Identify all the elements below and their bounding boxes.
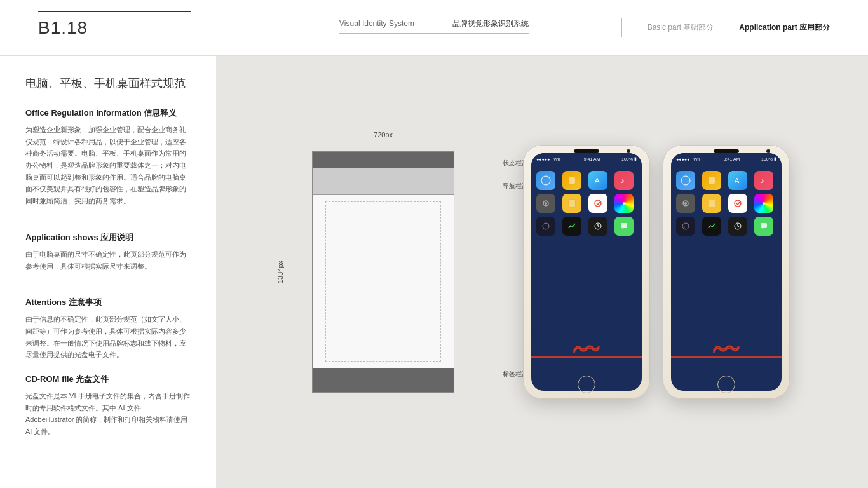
svg-line-16 bbox=[598, 226, 599, 227]
app-notes bbox=[562, 194, 581, 213]
app2-appstore: A bbox=[728, 171, 747, 190]
cn-brand-label: 品牌视觉形象识别系统 bbox=[452, 18, 529, 29]
dim-line-top bbox=[312, 139, 454, 139]
app-safari bbox=[536, 171, 555, 190]
svg-point-30 bbox=[763, 202, 765, 205]
svg-point-25 bbox=[684, 202, 687, 205]
app-stocks bbox=[562, 217, 581, 236]
svg-line-29 bbox=[738, 202, 740, 205]
section-app-title: Application shows 应用说明 bbox=[25, 232, 191, 243]
svg-point-6 bbox=[545, 202, 547, 205]
app2-safari bbox=[676, 171, 695, 190]
sidebar-title: 电脑、平板、手机桌面样式规范 bbox=[25, 75, 191, 92]
app2-clock bbox=[728, 217, 747, 236]
content-area: 720px 1334px 状态栏高40px 导航栏高88px bbox=[216, 56, 868, 488]
vis-system-label: Visual Identity System bbox=[339, 19, 414, 28]
svg-rect-17 bbox=[621, 223, 627, 228]
page-number: B1.18 bbox=[38, 18, 88, 38]
svg-point-11 bbox=[623, 202, 625, 205]
app-yellow bbox=[562, 171, 581, 190]
phone-home-2 bbox=[717, 376, 735, 393]
phone2-icons: A ♪ bbox=[671, 166, 782, 241]
section-attentions-body: 由于信息的不确定性，此页部分规范（如文字大小、间距等）可作为参考使用，具体可根据… bbox=[25, 313, 191, 361]
svg-text:+: + bbox=[544, 225, 546, 229]
svg-marker-18 bbox=[622, 228, 623, 229]
app2-photos bbox=[754, 194, 773, 213]
svg-line-10 bbox=[598, 202, 600, 205]
phone-home-1 bbox=[578, 376, 595, 393]
app-photos bbox=[614, 194, 634, 213]
section-office-title: Office Regulation Information 信息释义 bbox=[25, 107, 191, 119]
header-right-divider bbox=[621, 18, 622, 37]
wf-tab-bar bbox=[313, 368, 454, 392]
svg-rect-21 bbox=[709, 177, 715, 184]
phone2-wave-logo bbox=[710, 341, 742, 356]
app2-reminders bbox=[728, 194, 747, 213]
section-office: Office Regulation Information 信息释义 为塑造企业… bbox=[25, 107, 191, 207]
svg-marker-20 bbox=[686, 177, 687, 180]
header: B1.18 Visual Identity System 品牌视觉形象识别系统 … bbox=[0, 0, 868, 56]
svg-point-27 bbox=[735, 200, 741, 207]
basic-part-label: Basic part 基础部分 bbox=[648, 22, 714, 33]
svg-text:+: + bbox=[684, 225, 686, 229]
section-office-body: 为塑造企业新形象，加强企业管理，配合企业商务礼仪规范，特设计各种用品，以便于企业… bbox=[25, 124, 191, 207]
app2-camera bbox=[676, 194, 695, 213]
section-cdrom-body: 光盘文件是本 VI 手册电子文件的集合，内含手册制作时的专用软件格式文件。其中 … bbox=[25, 390, 191, 438]
app-camera bbox=[536, 194, 555, 213]
header-center: Visual Identity System 品牌视觉形象识别系统 bbox=[339, 18, 529, 37]
svg-text:♪: ♪ bbox=[621, 177, 625, 184]
phone-mockup-1: ●●●●● WiFi 9:41 AM 100% ▮ bbox=[523, 145, 650, 399]
wf-inner-dashed bbox=[325, 201, 441, 362]
app-appstore: A bbox=[588, 171, 607, 190]
header-right: Basic part 基础部分 Application part 应用部分 bbox=[621, 18, 830, 37]
header-center-divider bbox=[339, 33, 529, 34]
section-cdrom-title: CD-ROM file 光盘文件 bbox=[25, 374, 191, 385]
wf-status-bar bbox=[313, 152, 454, 168]
app-reminders bbox=[588, 194, 607, 213]
app-compass: + bbox=[536, 217, 555, 236]
section-cdrom: CD-ROM file 光盘文件 光盘文件是本 VI 手册电子文件的集合，内含手… bbox=[25, 374, 191, 438]
app2-notes bbox=[702, 194, 721, 213]
phone2-status: ●●●●● WiFi 9:41 AM 100% ▮ bbox=[671, 153, 782, 165]
phones-container: ●●●●● WiFi 9:41 AM 100% ▮ bbox=[523, 145, 790, 399]
phone1-red-line bbox=[531, 356, 642, 358]
phone-mockup-2: ●●●●● WiFi 9:41 AM 100% ▮ bbox=[663, 145, 790, 399]
dim-label-height: 1334px bbox=[276, 261, 284, 283]
phone-screen-1: ●●●●● WiFi 9:41 AM 100% ▮ bbox=[531, 153, 642, 391]
svg-marker-1 bbox=[546, 177, 547, 180]
app2-messages bbox=[754, 217, 773, 236]
svg-marker-37 bbox=[762, 228, 763, 229]
svg-rect-7 bbox=[569, 200, 575, 207]
svg-point-8 bbox=[595, 200, 601, 207]
svg-rect-36 bbox=[761, 223, 767, 228]
app-music: ♪ bbox=[614, 171, 634, 190]
app-messages bbox=[614, 217, 634, 236]
header-top-line bbox=[38, 11, 191, 12]
section-app: Application shows 应用说明 由于电脑桌面的尺寸不确定性，此页部… bbox=[25, 232, 191, 272]
svg-rect-2 bbox=[569, 177, 575, 184]
wireframe-diagram: 720px 1334px 状态栏高40px 导航栏高88px bbox=[294, 145, 472, 399]
sidebar-divider-2 bbox=[25, 285, 102, 285]
app-part-label: Application part 应用部分 bbox=[739, 22, 830, 33]
phone1-icons: A ♪ bbox=[531, 166, 642, 241]
phone2-red-line bbox=[671, 356, 782, 358]
svg-line-35 bbox=[738, 226, 739, 227]
svg-rect-26 bbox=[709, 200, 715, 207]
section-attentions: Attentions 注意事项 由于信息的不确定性，此页部分规范（如文字大小、间… bbox=[25, 297, 191, 361]
sidebar-divider-1 bbox=[25, 220, 102, 220]
app2-music: ♪ bbox=[754, 171, 773, 190]
dim-label-width: 720px bbox=[374, 131, 393, 139]
section-attentions-title: Attentions 注意事项 bbox=[25, 297, 191, 308]
svg-text:♪: ♪ bbox=[761, 177, 764, 184]
wireframe-box bbox=[312, 151, 454, 393]
app2-compass: + bbox=[676, 217, 695, 236]
wf-nav-bar bbox=[313, 168, 454, 195]
app-clock bbox=[588, 217, 607, 236]
header-center-top: Visual Identity System 品牌视觉形象识别系统 bbox=[339, 18, 529, 29]
phone-screen-2: ●●●●● WiFi 9:41 AM 100% ▮ bbox=[671, 153, 782, 391]
sidebar: 电脑、平板、手机桌面样式规范 Office Regulation Informa… bbox=[0, 56, 216, 488]
section-app-body: 由于电脑桌面的尺寸不确定性，此页部分规范可作为参考使用，具体可根据实际尺寸来调整… bbox=[25, 248, 191, 272]
svg-text:A: A bbox=[735, 177, 740, 184]
app2-yellow bbox=[702, 171, 721, 190]
phone1-wave-logo bbox=[571, 341, 602, 356]
